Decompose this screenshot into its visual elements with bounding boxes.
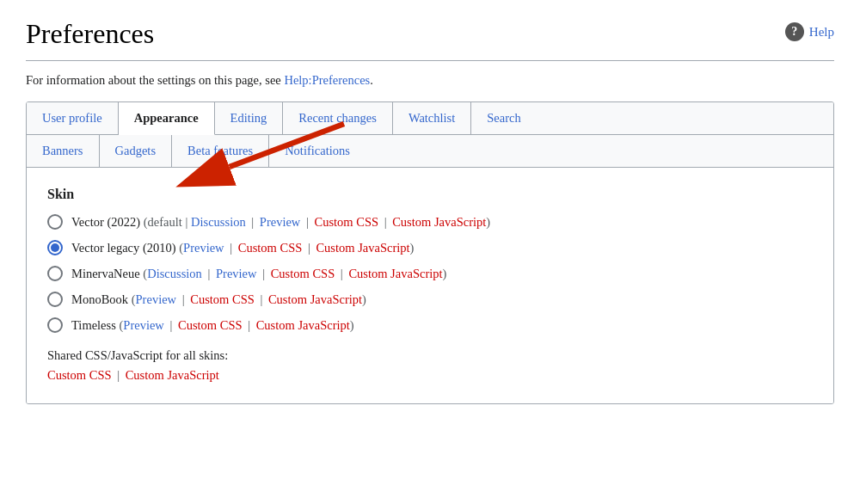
skin-option-minerva: MinervaNeue (Discussion | Preview | Cust… [47,266,813,281]
skin-option-vector2022: Vector (2022) (default | Discussion | Pr… [47,214,813,230]
tabs-container: User profile Appearance Editing Recent c… [26,101,834,404]
radio-minerva[interactable] [47,266,63,281]
tab-editing[interactable]: Editing [215,102,284,134]
vector2022-discussion[interactable]: Discussion [191,215,246,229]
tab-recent-changes[interactable]: Recent changes [283,102,393,134]
vector2022-custom-js[interactable]: Custom JavaScript [392,215,486,229]
radio-vector2022[interactable] [47,214,63,230]
skin-name-vector2010: Vector legacy (2010) (Preview | Custom C… [71,241,414,255]
minerva-custom-js[interactable]: Custom JavaScript [348,267,442,280]
shared-pipe: | [117,368,123,382]
radio-monobook[interactable] [47,292,63,307]
vector2022-custom-css[interactable]: Custom CSS [315,215,379,229]
monobook-custom-css[interactable]: Custom CSS [190,292,255,306]
info-text: For information about the settings on th… [26,73,284,87]
tabs-row-2: Banners Gadgets Beta features Notificati… [27,135,833,168]
timeless-preview[interactable]: Preview [123,318,164,332]
content-area: Skin Vector (2022) (default | Discussion… [27,168,833,403]
tab-watchlist[interactable]: Watchlist [393,102,471,134]
skin-name-timeless: Timeless (Preview | Custom CSS | Custom … [71,318,354,333]
radio-vector2010[interactable] [47,240,63,255]
timeless-custom-css[interactable]: Custom CSS [178,318,243,332]
skin-name-vector2022: Vector (2022) (default | Discussion | Pr… [71,215,490,230]
skin-option-vector2010: Vector legacy (2010) (Preview | Custom C… [47,240,813,255]
tab-search[interactable]: Search [471,102,536,134]
tab-appearance[interactable]: Appearance [119,102,215,135]
minerva-discussion[interactable]: Discussion [147,267,202,280]
tab-notifications[interactable]: Notifications [269,135,366,167]
page-title: Preferences [26,17,154,50]
tab-banners[interactable]: Banners [27,135,100,167]
radio-inner-vector2010 [51,243,59,252]
vector2022-preview[interactable]: Preview [260,215,301,229]
vector2010-custom-css[interactable]: Custom CSS [238,241,303,255]
minerva-preview[interactable]: Preview [216,267,257,280]
help-label: Help [809,25,834,40]
tab-beta-features[interactable]: Beta features [172,135,269,167]
skin-option-monobook: MonoBook (Preview | Custom CSS | Custom … [47,292,813,307]
tab-gadgets[interactable]: Gadgets [100,135,173,167]
info-suffix: . [370,73,373,87]
tabs-row-1: User profile Appearance Editing Recent c… [27,102,833,135]
vector2010-custom-js[interactable]: Custom JavaScript [316,241,409,255]
shared-custom-js[interactable]: Custom JavaScript [126,368,219,382]
page-wrapper: Preferences ? Help For information about… [0,0,860,430]
monobook-custom-js[interactable]: Custom JavaScript [268,292,362,306]
tab-user-profile[interactable]: User profile [27,102,119,134]
skin-name-minerva: MinervaNeue (Discussion | Preview | Cust… [71,267,446,281]
info-line: For information about the settings on th… [26,73,834,88]
skin-option-timeless: Timeless (Preview | Custom CSS | Custom … [47,317,813,333]
radio-timeless[interactable] [47,317,63,333]
skin-section-title: Skin [47,187,813,202]
shared-css-links: Custom CSS | Custom JavaScript [47,368,813,383]
monobook-preview[interactable]: Preview [136,292,177,306]
skin-name-monobook: MonoBook (Preview | Custom CSS | Custom … [71,292,366,307]
minerva-custom-css[interactable]: Custom CSS [271,267,335,280]
help-link[interactable]: ? Help [785,22,834,41]
page-header: Preferences ? Help [26,17,834,61]
help-preferences-link[interactable]: Help:Preferences [284,73,370,87]
timeless-custom-js[interactable]: Custom JavaScript [256,318,350,332]
shared-css-section: Shared CSS/JavaScript for all skins: Cus… [47,348,813,383]
shared-custom-css[interactable]: Custom CSS [47,368,112,382]
help-icon: ? [785,22,804,41]
shared-css-title: Shared CSS/JavaScript for all skins: [47,348,813,363]
vector2010-preview[interactable]: Preview [183,241,224,255]
